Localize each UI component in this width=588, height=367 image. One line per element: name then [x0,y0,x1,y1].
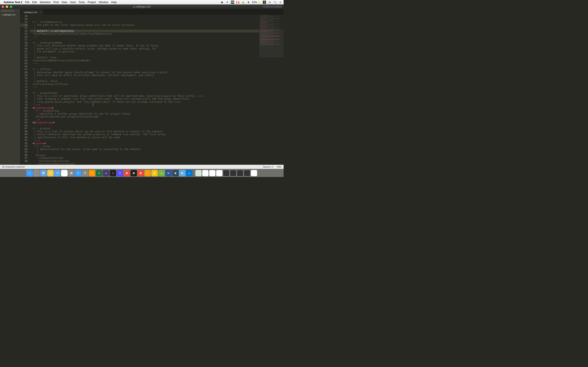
code-line[interactable]: <!-- interactiveMode [30,42,259,44]
status-bird-icon[interactable]: ✦ [226,1,229,4]
sidebar-file-entry[interactable]: ● settings1.xm [0,13,20,17]
code-line[interactable]: | Specification for one proxy, to be use… [30,148,259,151]
code-line[interactable] [30,124,259,127]
code-line[interactable]: | The path to the local repository maven… [30,24,259,27]
code-line[interactable]: | Default: ~/.m2/repository [30,30,259,33]
dock-sublime-icon[interactable]: S [89,170,95,176]
dock-preview-icon[interactable]: 🖼 [68,170,75,176]
menu-file[interactable]: File [25,1,29,4]
code-line[interactable]: <!-- pluginGroups [30,92,259,95]
dock-minimized-window[interactable] [195,170,202,176]
code-line[interactable]: | the parameter in question. [30,50,259,53]
dock-calendar-icon[interactable]: 23 [61,170,68,176]
code-line[interactable]: <proxies> [30,142,259,145]
minimize-window-button[interactable] [6,6,8,8]
code-line[interactable]: <!-- offline [30,68,259,71]
dock-app2-icon[interactable]: ▣ [130,170,137,176]
code-line[interactable]: <id>optional</id> [30,157,259,160]
menu-goto[interactable]: Goto [70,1,76,4]
menu-edit[interactable]: Edit [32,1,37,4]
code-line[interactable]: | when invoking a command line like "mvn… [30,98,259,100]
code-line[interactable]: <localRepository>/path/to/local/repo</lo… [30,33,259,35]
menu-selection[interactable]: Selection [40,1,51,4]
code-line[interactable]: |--> [30,139,259,142]
dock-edge-icon[interactable]: e [186,170,192,176]
code-line[interactable]: | maven will use a sensible default valu… [30,47,259,50]
dock-app8-icon[interactable]: ◧ [179,170,186,176]
code-line[interactable]: | Determines whether maven should attemp… [30,71,259,74]
dock-excel-icon[interactable]: X [96,170,102,176]
dock-minimized-window[interactable] [251,170,257,176]
dock-app5-icon[interactable]: ◉ [151,170,158,176]
code-line[interactable]: --> [30,62,259,65]
code-line[interactable]: <!-- pluginGroup [30,109,259,112]
menu-view[interactable]: View [61,1,67,4]
code-line[interactable]: | "org.apache.maven.plugins" and "org.co… [30,100,259,104]
app-name[interactable]: Sublime Text 2 [4,1,22,4]
code-line[interactable]: <interactiveMode>true</interactiveMode> [30,59,259,62]
dock-app3-icon[interactable]: ▣ [138,170,144,176]
dock-minimized-window[interactable] [209,170,216,176]
status-keyboard-icon[interactable]: ⌨ [231,1,234,4]
dock-minimized-window[interactable] [223,170,229,176]
minimap[interactable] [259,15,284,165]
code-area[interactable]: 4950515253545556575859606162636465666768… [20,15,284,165]
code-line[interactable]: |--> [30,103,259,106]
code-line[interactable]: <!-- proxy [30,145,259,148]
code-line[interactable]: --> [30,118,259,121]
code-line[interactable]: <!-- proxies [30,127,259,130]
code-line[interactable]: <pluginGroup>com.your.plugins</pluginGro… [30,115,259,118]
code-line[interactable]: | This will determine whether maven prom… [30,44,259,47]
dock-app4-icon[interactable]: ○ [144,170,151,176]
dock-word-icon[interactable]: W [165,170,172,176]
dock-minimized-window[interactable] [230,170,236,176]
dock-app1-icon[interactable]: ▣ [123,170,130,176]
code-line[interactable]: <proxy> [30,154,259,157]
dock-safari-icon[interactable]: 🧭 [40,170,47,176]
dock-app7-icon[interactable]: ▣ [172,170,179,176]
code-line[interactable]: | Specifies a further group identifier t… [30,112,259,115]
code-line[interactable]: | This will have an effect on artifact d… [30,74,259,77]
code-line[interactable]: | This is a list of proxies which can be… [30,130,259,133]
tab-close-icon[interactable]: × [40,11,41,13]
dock-launchpad-icon[interactable]: 🚀 [33,170,40,176]
menu-icon[interactable]: ≡ [279,1,282,4]
dock-appstore-icon[interactable]: A [75,170,81,176]
status-battery[interactable]: 52% ⚡ [252,1,261,4]
code-text[interactable]: <!-- localRepository | The path to the l… [30,15,259,165]
menu-tools[interactable]: Tools [79,1,85,4]
dock-intellij-icon[interactable]: IJ [117,170,123,176]
status-wifi-icon[interactable]: ⧳ [247,1,250,4]
minimap-viewport[interactable] [259,29,284,58]
dock-eclipse-icon[interactable]: ● [103,170,109,176]
code-line[interactable]: | Default: false [30,80,259,83]
menu-project[interactable]: Project [87,1,96,4]
dock-finder-icon[interactable]: ☺ [26,170,33,176]
status-lock-icon[interactable]: 🔒 [242,1,245,4]
dock-minimized-window[interactable] [244,170,250,176]
tab-settings1[interactable]: settings1.xml × [21,10,43,15]
dock-mail-icon[interactable]: ✉ [54,170,61,176]
code-line[interactable]: | [30,151,259,154]
code-line[interactable]: <!-- localRepository [30,21,259,24]
dock-terminal-icon[interactable]: > [110,170,116,176]
code-line[interactable]: | Default: true [30,56,259,59]
menu-window[interactable]: Window [99,1,108,4]
menu-help[interactable]: Help [111,1,117,4]
code-line[interactable]: </pluginGroups> [30,121,259,124]
code-line[interactable]: | This is a list of additional group ide… [30,95,259,98]
code-line[interactable]: <protocol>http</protocol> [30,162,259,165]
code-line[interactable]: <pluginGroups> [30,106,259,109]
status-spaces[interactable]: Spaces: 2 [263,166,273,168]
code-line[interactable]: | [30,77,259,80]
code-line[interactable]: --> [30,86,259,89]
dock-chrome-icon[interactable]: ◎ [47,170,54,176]
status-syntax[interactable]: XML [277,166,282,168]
dock-minimized-window[interactable] [216,170,223,176]
code-line[interactable]: --> [30,35,259,39]
code-line[interactable]: | [30,26,259,30]
code-line[interactable]: <offline>false</offline> [30,83,259,86]
code-line[interactable]: | Unless otherwise specified (by system … [30,133,259,136]
close-window-button[interactable] [2,6,4,8]
code-line[interactable] [30,38,259,42]
